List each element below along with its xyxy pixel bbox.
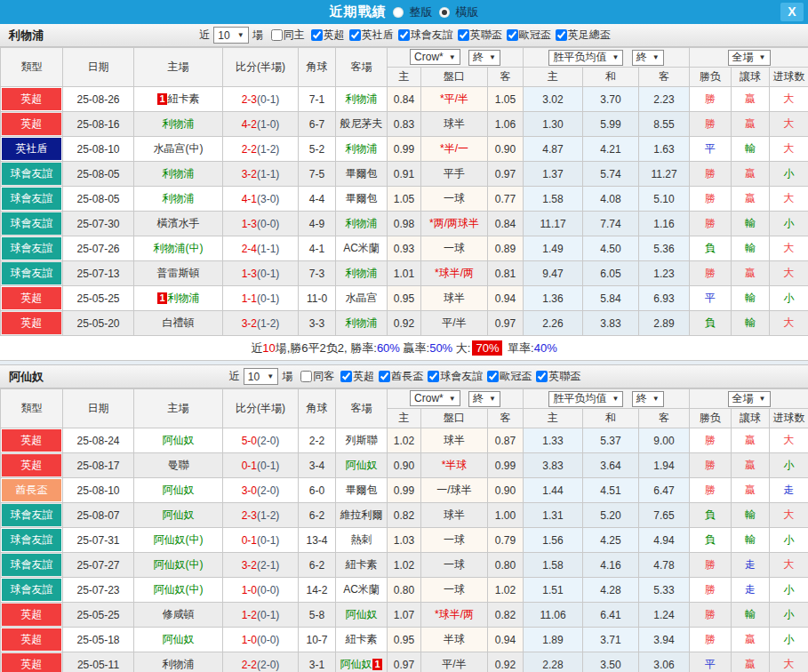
view-radio-full-label[interactable]: 整版 [410, 4, 433, 20]
home-team: 利物浦(中) [134, 236, 223, 261]
avg-final-select[interactable]: 終▼ [632, 50, 664, 66]
league-filter-label: 英足總盃 [568, 28, 611, 43]
fulltime-select[interactable]: 全場▼ [728, 391, 771, 407]
fulltime-select[interactable]: 全場▼ [728, 50, 771, 66]
league-cell: 酋長盃 [1, 478, 63, 503]
league-filter-英聯盃[interactable]: 英聯盃 [532, 369, 580, 384]
match-date: 25-08-05 [63, 187, 134, 212]
near-count-select[interactable]: 10▼ [213, 27, 248, 44]
halftime-score: (0-1) [257, 93, 279, 106]
result-goals: 大 [770, 236, 808, 261]
league-badge: 英超 [2, 287, 61, 309]
table-row: 英超25-05-20白禮頓3-2(1-2)3-3利物浦0.92平/半0.972.… [1, 311, 808, 336]
summary-line: 近10場,勝6平2负2, 勝率:60% 贏率:50% 大:70% 單率:40% [0, 336, 808, 361]
team-name-text: 修咸頓 [163, 608, 195, 620]
league-filter-球會友誼[interactable]: 球會友誼 [394, 28, 453, 43]
same-venue-checkbox[interactable] [300, 371, 312, 382]
home-team: 水晶宫(中) [134, 137, 223, 162]
league-filter-英超[interactable]: 英超 [307, 28, 345, 43]
sub-col-avg-away: 客 [639, 409, 690, 428]
odds-final-select[interactable]: 終▼ [468, 391, 500, 407]
league-filter-label: 酋長盃 [391, 369, 423, 384]
table-row: 英社盾25-08-10水晶宫(中)2-2(1-2)5-2利物浦0.99*半/一0… [1, 137, 808, 162]
league-checkbox[interactable] [398, 29, 410, 41]
away-odds: 0.80 [488, 553, 524, 578]
odds-source-select[interactable]: Crow*▼ [410, 390, 460, 406]
corners: 7-3 [299, 261, 336, 286]
league-checkbox[interactable] [349, 29, 361, 41]
score: 3-2(1-2) [223, 311, 299, 336]
match-date: 25-07-23 [63, 578, 134, 603]
league-filter-英足總盃[interactable]: 英足總盃 [551, 28, 611, 43]
avg-type-select[interactable]: 胜平负均值▼ [548, 50, 623, 66]
corners: 4-1 [299, 236, 336, 261]
league-checkbox[interactable] [428, 371, 439, 382]
home-team: 阿仙奴(中) [134, 553, 223, 578]
odds-final-select[interactable]: 終▼ [468, 50, 500, 66]
games-label: 場 [282, 369, 292, 384]
near-count-select[interactable]: 10▼ [244, 368, 278, 385]
league-checkbox[interactable] [311, 29, 323, 41]
results-table: 類型 日期 主場 比分(半場) 角球 客場 Crow*▼ 終▼ 胜平负均值▼ 終… [0, 388, 808, 672]
league-filter-英超[interactable]: 英超 [336, 369, 374, 384]
league-checkbox[interactable] [487, 371, 499, 382]
league-checkbox[interactable] [340, 371, 352, 382]
avg-draw-odds: 5.99 [583, 112, 639, 137]
league-filter-歐冠盃[interactable]: 歐冠盃 [502, 28, 551, 43]
near-label: 近 [229, 369, 240, 384]
odds-source-select[interactable]: Crow*▼ [410, 49, 460, 65]
avg-type-select[interactable]: 胜平负均值▼ [548, 391, 623, 407]
tracked-team-name: 阿仙奴(中) [154, 533, 204, 546]
result-goals: 大 [770, 112, 808, 137]
fulltime-score: 1-1 [242, 292, 257, 305]
league-filter-歐冠盃[interactable]: 歐冠盃 [483, 369, 532, 384]
avg-draw-odds: 5.74 [583, 162, 639, 187]
league-cell: 英超 [1, 311, 63, 336]
league-checkbox[interactable] [507, 29, 518, 41]
score: 3-2(1-1) [223, 162, 299, 187]
team-name-text: 紐卡素 [346, 633, 378, 645]
avg-away-odds: 5.33 [639, 578, 690, 603]
league-filter-英社盾[interactable]: 英社盾 [345, 28, 394, 43]
sub-col-avg-home: 主 [524, 68, 583, 87]
section-arsenal: 阿仙奴 近 10▼ 場 同客 英超酋長盃球會友誼歐冠盃英聯盃 類型 日期 主場 … [0, 365, 808, 672]
sub-col-avg-home: 主 [524, 409, 583, 428]
halftime-score: (2-0) [257, 435, 279, 447]
away-team: 水晶宫 [336, 286, 388, 311]
handicap-line: 半球 [421, 628, 488, 652]
score: 5-0(2-0) [223, 428, 299, 453]
same-venue-checkbox[interactable] [271, 29, 283, 41]
home-odds: 0.97 [388, 652, 421, 672]
home-team: 阿仙奴 [134, 628, 223, 652]
view-radio-horizontal-label[interactable]: 橫版 [456, 4, 479, 20]
fulltime-score: 1-0 [242, 634, 257, 646]
league-filter-英聯盃[interactable]: 英聯盃 [453, 28, 502, 43]
fulltime-group-header: 全場▼ [690, 48, 808, 68]
result-goals: 小 [770, 212, 808, 236]
away-odds: 0.79 [488, 528, 524, 553]
result-handicap: 輸 [732, 286, 770, 311]
same-venue-filter[interactable]: 同主 [267, 28, 305, 43]
view-radio-full[interactable] [393, 7, 404, 18]
same-venue-filter[interactable]: 同客 [296, 369, 334, 384]
home-team: 阿仙奴 [134, 428, 223, 453]
score: 1-0(0-0) [223, 628, 299, 652]
result-handicap: 走 [732, 578, 770, 603]
home-odds: 0.98 [388, 212, 421, 236]
close-icon[interactable]: X [780, 3, 804, 21]
col-home: 主場 [134, 48, 223, 87]
league-checkbox[interactable] [379, 371, 390, 382]
result-outcome: 勝 [690, 578, 732, 603]
result-goals: 大 [770, 137, 808, 162]
view-radio-horizontal[interactable] [439, 7, 450, 18]
league-filter-酋長盃[interactable]: 酋長盃 [374, 369, 423, 384]
avg-final-select[interactable]: 終▼ [632, 391, 664, 407]
league-cell: 球會友誼 [1, 503, 63, 528]
away-team: AC米蘭 [336, 236, 388, 261]
table-row: 英超25-05-18阿仙奴1-0(0-0)10-7紐卡素0.95半球0.941.… [1, 628, 808, 652]
league-filter-球會友誼[interactable]: 球會友誼 [423, 369, 483, 384]
league-checkbox[interactable] [556, 29, 567, 41]
league-checkbox[interactable] [536, 371, 548, 382]
tracked-team-name: 利物浦 [346, 142, 378, 155]
league-checkbox[interactable] [458, 29, 469, 41]
